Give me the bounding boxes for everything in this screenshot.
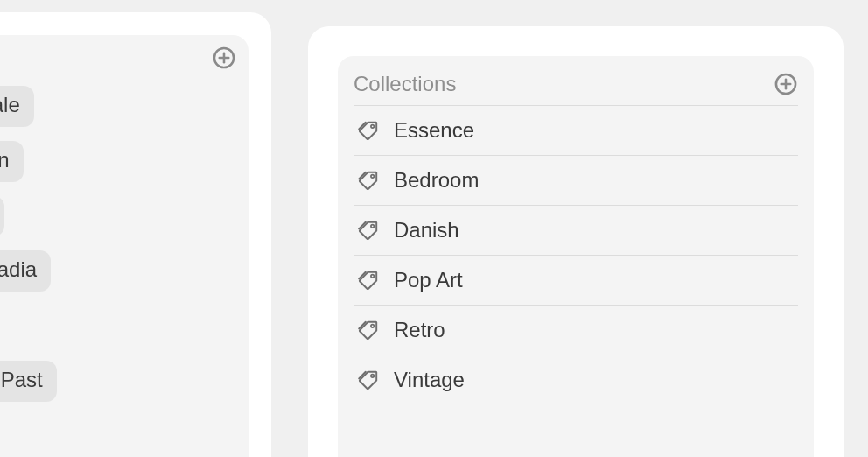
collection-label: Bedroom bbox=[394, 168, 479, 193]
collection-item[interactable]: Retro bbox=[354, 306, 798, 355]
add-tag-button[interactable] bbox=[212, 46, 236, 70]
collections-panel: Collections EssenceBedroomDanishPop ArtR… bbox=[338, 56, 814, 457]
tag-icon bbox=[357, 219, 380, 242]
collection-label: Vintage bbox=[394, 368, 465, 392]
collection-item[interactable]: Bedroom bbox=[354, 156, 798, 206]
collection-label: Essence bbox=[394, 118, 474, 143]
collections-title: Collections bbox=[354, 72, 456, 96]
collection-item[interactable]: Pop Art bbox=[354, 256, 798, 306]
tags-row: Mark Summers bbox=[0, 306, 238, 347]
tag-icon bbox=[357, 169, 380, 192]
tag-icon bbox=[357, 119, 380, 142]
tags-row: WiredIP67 Rated bbox=[0, 196, 238, 237]
tags-row: Noir ArchitectsArcadia bbox=[0, 250, 238, 292]
tag-chip[interactable]: Arcadia bbox=[0, 250, 51, 292]
tag-icon bbox=[357, 369, 380, 391]
collection-label: Retro bbox=[394, 318, 445, 342]
plus-circle-icon bbox=[774, 72, 798, 96]
tags-card: 2024-05 SalePreorderLuba LynnWiredIP67 R… bbox=[0, 12, 271, 457]
collection-label: Pop Art bbox=[394, 268, 463, 292]
collection-item[interactable]: Vintage bbox=[354, 355, 798, 404]
tag-chip[interactable]: Luba Lynn bbox=[0, 141, 24, 182]
plus-circle-icon bbox=[212, 46, 236, 70]
tag-chip[interactable]: IP67 Rated bbox=[0, 196, 4, 237]
collections-list: EssenceBedroomDanishPop ArtRetroVintage bbox=[354, 105, 798, 404]
tag-icon bbox=[357, 319, 380, 341]
add-collection-button[interactable] bbox=[774, 72, 798, 96]
tags-list: 2024-05 SalePreorderLuba LynnWiredIP67 R… bbox=[0, 86, 248, 457]
collections-card: Collections EssenceBedroomDanishPop ArtR… bbox=[308, 26, 844, 457]
tag-icon bbox=[357, 269, 380, 292]
collection-item[interactable]: Essence bbox=[354, 106, 798, 156]
tags-row: 2024-05 Sale bbox=[0, 86, 238, 127]
collection-label: Danish bbox=[394, 218, 459, 243]
tags-row: UsedHigh Alpine bbox=[0, 416, 238, 457]
tag-chip[interactable]: Relics of the Past bbox=[0, 361, 57, 402]
collection-item[interactable]: Danish bbox=[354, 206, 798, 256]
tags-row: PreorderLuba Lynn bbox=[0, 141, 238, 182]
tag-chip[interactable]: 2024-05 Sale bbox=[0, 86, 34, 127]
tags-panel: 2024-05 SalePreorderLuba LynnWiredIP67 R… bbox=[0, 35, 248, 457]
tags-row: UsedRelics of the Past bbox=[0, 361, 238, 402]
